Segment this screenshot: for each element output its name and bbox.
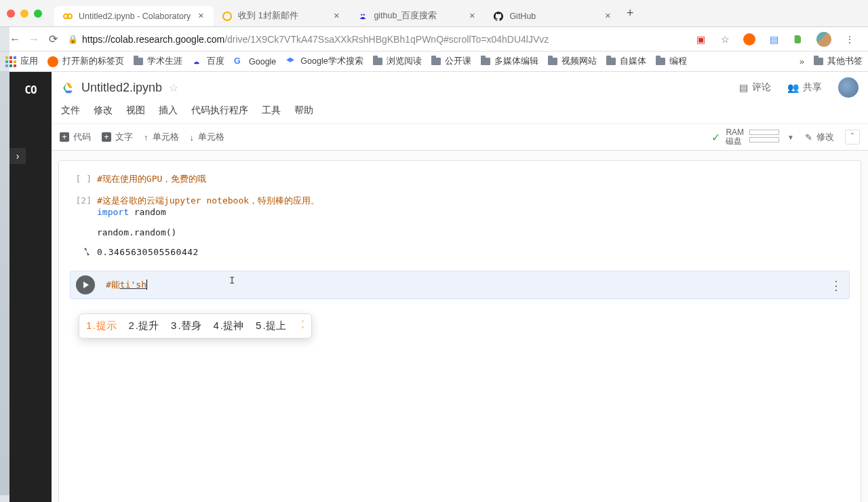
ime-candidate[interactable]: 4.提神: [214, 320, 244, 332]
folder-icon: [481, 58, 490, 65]
output-value: 0.3465630505560442: [97, 247, 199, 258]
bookmark-icon: [47, 56, 58, 67]
menu-view[interactable]: 视图: [126, 104, 145, 117]
google-icon: G: [234, 56, 245, 67]
resource-indicator[interactable]: ✓ RAM 磁盘 ▼: [711, 128, 794, 146]
bookmark-item[interactable]: Google学术搜索: [285, 56, 363, 67]
menu-runtime[interactable]: 代码执行程序: [191, 104, 248, 117]
reload-button[interactable]: ⟳: [43, 33, 62, 45]
sidebar-expand-button[interactable]: ›: [9, 148, 26, 164]
notebook-title[interactable]: Untitled2.ipynb: [81, 81, 162, 95]
code-cell-active[interactable]: #能ti'sh I ⋮: [70, 271, 850, 299]
folder-icon: [814, 58, 823, 65]
url-text: https://colab.research.google.com/drive/…: [82, 34, 549, 45]
ime-cand-num: 4: [214, 320, 219, 331]
code-editor[interactable]: #能ti'sh I: [100, 272, 849, 298]
bookmark-folder[interactable]: 学术生涯: [134, 56, 182, 67]
cell-up-button[interactable]: 单元格: [144, 131, 179, 143]
bookmark-folder[interactable]: 公开课: [431, 56, 471, 67]
bookmark-item[interactable]: 百度: [192, 56, 224, 67]
tab-github[interactable]: GitHub ×: [485, 6, 620, 26]
bookmark-folder[interactable]: 自媒体: [606, 56, 646, 67]
tab-close-icon[interactable]: ×: [603, 12, 612, 21]
run-cell-button[interactable]: [76, 275, 95, 294]
profile-avatar[interactable]: [816, 32, 831, 47]
ime-candidate[interactable]: 2.提升: [129, 320, 159, 332]
code-cell-1[interactable]: [ ] #现在使用的GPU，免费的哦: [70, 173, 850, 185]
extension-orange-icon[interactable]: [743, 33, 755, 45]
expand-button[interactable]: ˆ: [845, 130, 860, 144]
code-call: random.random(): [97, 227, 176, 237]
chrome-menu-icon[interactable]: ⋮: [844, 33, 856, 45]
menu-help[interactable]: 帮助: [294, 104, 313, 117]
ime-candidate[interactable]: 3.替身: [171, 320, 201, 332]
browser-tab-strip: Untitled2.ipynb - Colaboratory × 收到 1封新邮…: [0, 0, 868, 27]
bookmark-label: 其他书签: [827, 56, 863, 67]
tab-close-icon[interactable]: ×: [332, 12, 341, 21]
extension-adblock-icon[interactable]: ▣: [694, 33, 707, 45]
new-tab-button[interactable]: +: [620, 6, 639, 20]
menu-edit[interactable]: 修改: [94, 104, 113, 117]
share-button[interactable]: 👥共享: [787, 81, 822, 94]
bookmark-item[interactable]: 打开新的标签页: [47, 56, 124, 67]
tabs-container: Untitled2.ipynb - Colaboratory × 收到 1封新邮…: [54, 0, 861, 26]
menu-tools[interactable]: 工具: [262, 104, 281, 117]
user-avatar[interactable]: [838, 77, 859, 98]
plus-icon: +: [60, 132, 69, 142]
tab-baidu[interactable]: github_百度搜索 ×: [349, 6, 485, 26]
edit-button[interactable]: ✎修改: [805, 131, 834, 143]
code-cell-2[interactable]: [2] #这是谷歌的云端jupyter notebook，特别棒的应用。 imp…: [70, 195, 850, 237]
cell-menu-icon[interactable]: ⋮: [830, 278, 842, 293]
menu-insert[interactable]: 插入: [159, 104, 178, 117]
bookmarks-overflow-icon[interactable]: »: [800, 57, 804, 66]
add-text-button[interactable]: +文字: [102, 131, 133, 143]
code-keyword: import: [97, 207, 129, 217]
tab-title: github_百度搜索: [374, 10, 462, 22]
dropdown-icon[interactable]: ▼: [787, 134, 794, 141]
check-icon: ✓: [711, 131, 720, 144]
bookmark-folder[interactable]: 浏览阅读: [373, 56, 422, 67]
bookmark-label: Google学术搜索: [300, 56, 363, 67]
code-comment-prefix: #能: [106, 279, 120, 290]
add-code-button[interactable]: +代码: [60, 131, 91, 143]
other-bookmarks[interactable]: 其他书签: [814, 56, 863, 67]
bookmark-folder[interactable]: 视频网站: [548, 56, 597, 67]
extension-blue-icon[interactable]: ▤: [768, 33, 780, 45]
bookmark-item[interactable]: GGoogle: [234, 56, 276, 67]
play-icon: [83, 282, 89, 288]
bookmark-star-icon[interactable]: ☆: [719, 33, 731, 45]
tab-colab[interactable]: Untitled2.ipynb - Colaboratory ×: [54, 6, 214, 26]
arrow-up-icon: [144, 132, 149, 142]
bookmark-folder[interactable]: 多媒体编辑: [481, 56, 538, 67]
chevron-down-icon: ˅: [301, 326, 304, 332]
share-label: 共享: [803, 81, 822, 94]
comment-button[interactable]: ▤评论: [739, 81, 771, 94]
colab-header: Untitled2.ipynb ☆ ▤评论 👥共享 文件 修改 视图 插入 代码…: [52, 72, 868, 117]
tab-title: 收到 1封新邮件: [238, 10, 326, 22]
ime-cand-text: 提神: [223, 320, 243, 331]
ime-candidate[interactable]: 5.提上: [256, 320, 286, 332]
arrow-down-icon: [190, 132, 195, 142]
plus-icon: +: [102, 132, 111, 142]
menu-file[interactable]: 文件: [61, 104, 80, 117]
tab-close-icon[interactable]: ×: [467, 12, 477, 21]
bookmark-folder[interactable]: 编程: [656, 56, 687, 67]
star-icon[interactable]: ☆: [169, 81, 178, 94]
tab-close-icon[interactable]: ×: [196, 12, 205, 21]
comment-icon: ▤: [739, 82, 748, 93]
forward-button[interactable]: →: [24, 33, 43, 45]
drive-icon: [61, 81, 75, 94]
window-maximize-button[interactable]: [34, 9, 42, 18]
ime-candidate[interactable]: 1.提示: [86, 320, 117, 332]
bookmark-label: 编程: [669, 56, 687, 67]
tab-mail[interactable]: 收到 1封新邮件 ×: [214, 6, 349, 26]
ime-page-arrows[interactable]: ˄˅: [301, 320, 304, 332]
window-minimize-button[interactable]: [20, 9, 28, 18]
extension-evernote-icon[interactable]: [792, 33, 804, 45]
apps-shortcut[interactable]: 应用: [5, 56, 38, 67]
window-close-button[interactable]: [7, 9, 15, 18]
output-icon[interactable]: [70, 247, 92, 258]
colab-logo-icon[interactable]: CO: [18, 81, 43, 98]
address-bar[interactable]: 🔒 https://colab.research.google.com/driv…: [62, 34, 694, 45]
cell-down-button[interactable]: 单元格: [190, 131, 225, 143]
